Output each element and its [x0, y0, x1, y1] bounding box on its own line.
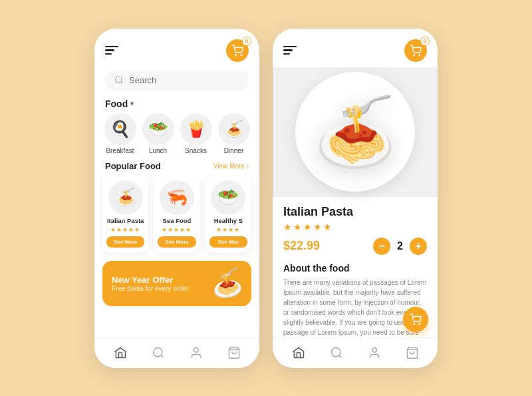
food-card-pasta[interactable]: 🍝 Italian Pasta ★★★★★ See More	[102, 175, 148, 253]
floating-cart-button[interactable]	[403, 307, 428, 332]
price-row: $22.99 − 2 +	[283, 238, 427, 255]
svg-point-1	[241, 55, 242, 56]
bottom-nav-left	[94, 337, 259, 368]
see-more-healthy-button[interactable]: See Mor	[209, 236, 247, 248]
category-dinner-label: Dinner	[224, 147, 243, 154]
nav-home-right[interactable]	[292, 346, 305, 359]
about-title: About the food	[283, 263, 427, 274]
decrease-qty-button[interactable]: −	[373, 238, 390, 255]
nav-bag-left[interactable]	[227, 346, 241, 359]
nav-home-left[interactable]	[114, 346, 127, 359]
category-dinner[interactable]: 🍝 Dinner	[218, 113, 250, 154]
plate-background: 🍝	[295, 72, 415, 192]
svg-line-5	[160, 355, 163, 358]
nav-profile-left[interactable]	[190, 346, 203, 359]
food-section-title: Food	[105, 99, 128, 109]
category-lunch-label: Lunch	[149, 147, 167, 154]
cart-button-right[interactable]: 0	[404, 39, 427, 62]
category-snacks[interactable]: 🍟 Snacks	[180, 113, 212, 154]
food-card-healthy[interactable]: 🥗 Healthy S ★★★★ See Mor	[205, 175, 251, 253]
search-icon	[114, 75, 124, 85]
promo-subtitle: Free pasta for every order	[112, 285, 189, 292]
category-snacks-label: Snacks	[185, 147, 207, 154]
see-more-pasta-button[interactable]: See More	[106, 236, 144, 248]
popular-title: Popular Food	[105, 161, 161, 171]
top-bar-left: 0	[94, 29, 259, 67]
category-breakfast-label: Breakfast	[106, 147, 134, 154]
food-price: $22.99	[283, 239, 320, 253]
svg-point-8	[414, 55, 415, 56]
food-detail-stars: ★★★★★	[283, 222, 427, 232]
pasta-emoji: 🍝	[314, 93, 397, 171]
food-cards-row: 🍝 Italian Pasta ★★★★★ See More 🦐 Sea Foo…	[94, 175, 259, 258]
food-card-pasta-stars: ★★★★★	[110, 226, 140, 233]
svg-point-10	[414, 323, 415, 325]
svg-point-12	[331, 348, 340, 357]
promo-banner[interactable]: New Year Offer Free pasta for every orde…	[102, 261, 251, 306]
svg-line-3	[121, 82, 123, 84]
increase-qty-button[interactable]: +	[410, 238, 427, 255]
menu-icon-right[interactable]	[283, 46, 297, 55]
search-bar[interactable]	[105, 70, 249, 91]
categories-row: 🍳 Breakfast 🥗 Lunch 🍟 Snacks 🍝 Dinner	[94, 113, 259, 158]
chevron-down-icon: ▾	[130, 100, 134, 107]
food-detail-title: Italian Pasta	[283, 205, 427, 219]
cart-button-left[interactable]: 0	[226, 39, 249, 62]
food-card-healthy-name: Healthy S	[214, 217, 243, 224]
svg-point-6	[194, 348, 198, 353]
food-card-healthy-stars: ★★★★	[216, 226, 240, 233]
svg-point-2	[116, 77, 122, 83]
category-breakfast[interactable]: 🍳 Breakfast	[104, 113, 136, 154]
category-lunch[interactable]: 🥗 Lunch	[142, 113, 174, 154]
left-phone: 0 Food ▾ 🍳 Breakfast 🥗 Lunch 🍟 Snack	[94, 29, 259, 368]
popular-header: Popular Food View More ›	[94, 158, 259, 175]
see-more-seafood-button[interactable]: See More	[158, 236, 196, 248]
svg-line-13	[338, 355, 341, 358]
nav-search-right[interactable]	[330, 346, 343, 359]
quantity-control: − 2 +	[373, 238, 427, 255]
promo-food-icon: 🍝	[209, 266, 245, 300]
food-detail-image: 🍝	[273, 67, 438, 197]
about-text: There are many variations of passages of…	[283, 278, 427, 337]
view-more-link[interactable]: View More ›	[213, 162, 249, 170]
svg-point-0	[235, 55, 237, 56]
svg-point-9	[419, 55, 420, 56]
svg-point-4	[153, 348, 162, 357]
right-phone: 0 🍝 Italian Pasta ★★★★★ $22.99 − 2 + Abo…	[273, 29, 438, 368]
food-card-seafood-name: Sea Food	[163, 217, 192, 224]
nav-profile-right[interactable]	[368, 346, 381, 359]
menu-icon[interactable]	[105, 46, 118, 55]
svg-point-14	[372, 348, 376, 353]
food-card-seafood-stars: ★★★★★	[162, 226, 192, 233]
cart-badge-right: 0	[420, 37, 430, 46]
food-card-seafood[interactable]: 🦐 Sea Food ★★★★★ See More	[154, 175, 200, 253]
top-bar-right: 0	[273, 29, 438, 67]
promo-title: New Year Offer	[112, 275, 189, 285]
food-section-header[interactable]: Food ▾	[94, 96, 259, 113]
quantity-display: 2	[397, 240, 403, 252]
nav-bag-right[interactable]	[406, 346, 419, 359]
nav-search-left[interactable]	[152, 346, 165, 359]
cart-badge-left: 0	[242, 37, 251, 46]
bottom-nav-right	[273, 337, 438, 368]
search-input[interactable]	[129, 75, 239, 85]
svg-point-11	[419, 323, 420, 325]
food-card-pasta-name: Italian Pasta	[107, 217, 144, 224]
